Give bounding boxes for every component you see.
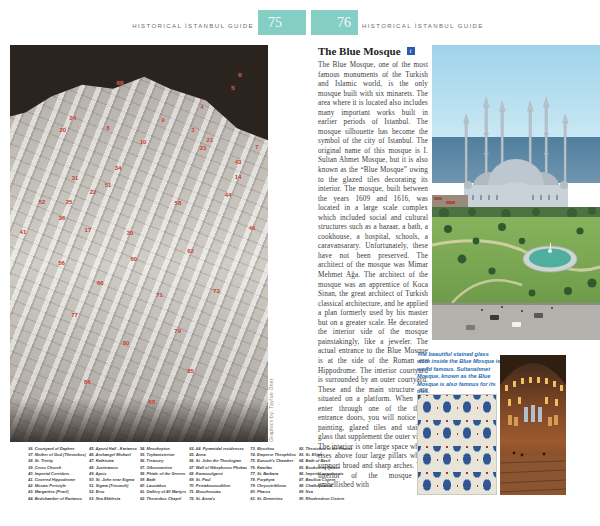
illustration-credit: Graphics by: Tayfun Öner <box>268 358 274 442</box>
map-number-label: 8 <box>106 125 109 131</box>
article: The Blue Mosque i The Blue Mosque, one o… <box>318 45 428 491</box>
map-number-label: 60 <box>130 256 137 262</box>
map-number-label: 44 <box>225 192 232 198</box>
map-number-label: 23 <box>200 145 207 151</box>
article-body: The Blue Mosque, one of the most famous … <box>318 61 428 491</box>
map-number-label: 31 <box>72 175 79 181</box>
map-number-label: 88 <box>149 399 156 405</box>
map-number-label: 73 <box>213 288 220 294</box>
map-labels: 6865432420891021234314734315122255236411… <box>10 45 268 442</box>
map-number-label: 24 <box>70 115 77 121</box>
map-number-label: 62 <box>187 248 194 254</box>
photo-caption: The beautiful stained glass work inside … <box>417 351 501 395</box>
map-number-label: 46 <box>249 225 256 231</box>
legend-item: 66. St. John the Theologian <box>189 458 247 464</box>
map-number-label: 25 <box>66 199 73 205</box>
map-number-label: 20 <box>60 127 67 133</box>
map-number-label: 36 <box>59 215 66 221</box>
legend-item: 61. Gallery of 40 Martyrs <box>140 489 186 495</box>
legend-item: 53. Nea Ekklesia <box>89 496 137 502</box>
legend-column: 36. Courtyard of Daphne37. Mother of God… <box>28 446 86 504</box>
info-icon: i <box>407 47 415 55</box>
legend-column: 63.-64. Pyramidal residences65. Anna66. … <box>189 446 247 504</box>
map-number-label: 22 <box>90 189 97 195</box>
map-number-label: 68 <box>117 80 124 86</box>
map-number-label: 6 <box>238 72 241 78</box>
iznik-tiles-photo <box>417 394 497 495</box>
map-number-label: 4 <box>200 104 203 110</box>
map-number-label: 34 <box>115 165 122 171</box>
legend-item: 67. Wall of Nikephoros Phokas <box>189 465 247 471</box>
page-number-75: 75 <box>258 10 306 35</box>
map-number-label: 10 <box>140 139 147 145</box>
map-number-label: 5 <box>231 85 234 91</box>
legend-column: 45. Apsed Hall - Karianos46. Archangel M… <box>89 446 137 504</box>
legend-item: 75. Eunuch's Chamber <box>250 458 296 464</box>
map-number-label: 79 <box>174 328 181 334</box>
map-number-label: 41 <box>20 229 27 235</box>
page-number-76: 76 <box>311 10 358 35</box>
article-title: The Blue Mosque <box>318 45 401 57</box>
map-number-label: 51 <box>105 182 112 188</box>
right-page-header: HISTORICAL İSTANBUL GUIDE <box>362 23 484 29</box>
map-number-label: 43 <box>235 159 242 165</box>
blue-mosque-exterior-photo <box>432 45 600 340</box>
legend-column: 54. Mesokepion55. Tzykanisterion56. Trea… <box>140 446 186 504</box>
map-number-label: 86 <box>84 379 91 385</box>
map-number-label: 3 <box>191 127 194 133</box>
map-number-label: 85 <box>187 368 194 374</box>
map-number-label: 52 <box>39 199 46 205</box>
legend-item: 90. Rhodendron Cistern <box>299 496 353 502</box>
map-number-label: 66 <box>97 280 104 286</box>
book-spread: HISTORICAL İSTANBUL GUIDE 75 76 HISTORIC… <box>0 0 600 526</box>
legend-item: 72. St. Anna's <box>189 496 247 502</box>
map-number-label: 14 <box>235 174 242 180</box>
map-number-label: 56 <box>58 260 65 266</box>
map-number-label: 17 <box>85 227 92 233</box>
map-number-label: 7 <box>255 144 258 150</box>
left-page-header: HISTORICAL İSTANBUL GUIDE <box>0 23 254 29</box>
map-number-label: 30 <box>127 230 134 236</box>
map-number-label: 9 <box>161 117 164 123</box>
map-number-label: 71 <box>156 292 163 298</box>
legend: 36. Courtyard of Daphne37. Mother of God… <box>28 446 308 504</box>
map-number-label: 21 <box>207 137 214 143</box>
legend-item: 62. Theotokos Chapel <box>140 496 186 502</box>
map-number-label: 77 <box>71 312 78 318</box>
legend-column: 73. Moschos74. Emperor Theophilos75. Eun… <box>250 446 296 504</box>
legend-item: 44. Bedchamber of Karianos <box>28 496 86 502</box>
legend-item: 81. St. Demetrios <box>250 496 296 502</box>
mosque-interior-photo <box>500 355 566 495</box>
great-palace-illustration: 6865432420891021234314734315122255236411… <box>10 45 268 442</box>
map-number-label: 80 <box>123 340 130 346</box>
map-number-label: 58 <box>175 200 182 206</box>
